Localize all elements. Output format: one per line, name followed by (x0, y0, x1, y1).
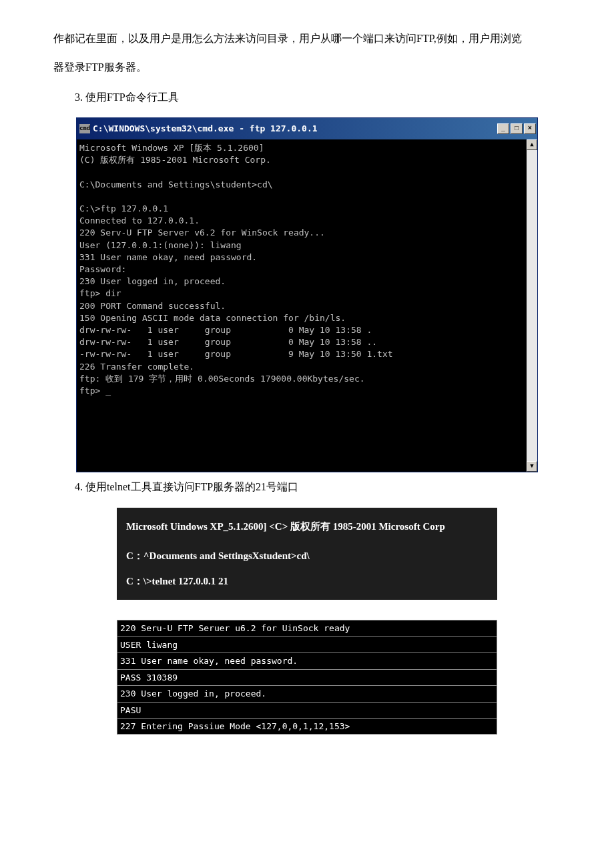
cmd-window: cmd C:\WINDOWS\system32\cmd.exe - ftp 12… (76, 117, 538, 473)
terminal-output[interactable]: Microsoft Windows XP [版本 5.1.2600] (C) 版… (77, 139, 527, 472)
scroll-down-button[interactable]: ▼ (527, 461, 537, 472)
scroll-up-button[interactable]: ▲ (527, 139, 537, 150)
scroll-track[interactable] (527, 150, 537, 461)
telnet-row-1: 220 Seru-U FTP Seruer u6.2 for UinSock r… (117, 620, 497, 636)
close-button[interactable]: × (524, 123, 536, 134)
cmd-body-wrap: Microsoft Windows XP [版本 5.1.2600] (C) 版… (77, 139, 537, 472)
paragraph-intro-2: 器登录FTP服务器。 (53, 55, 561, 79)
telnet-line-3: C：\>telnet 127.0.0.1 21 (126, 573, 488, 589)
minimize-button[interactable]: _ (497, 123, 509, 134)
window-title: C:\WINDOWS\system32\cmd.exe - ftp 127.0.… (93, 119, 497, 139)
vertical-scrollbar[interactable]: ▲ ▼ (527, 139, 537, 472)
telnet-row-7: 227 Entering Passiue Mode <127,0,0,1,12,… (117, 719, 497, 735)
paragraph-intro-1: 作都记在里面，以及用户是用怎么方法来访问目录，用户从哪一个端口来访问FTP,例如… (53, 27, 561, 50)
telnet-line-1: Microsoft Uindows XP_5.1.2600] <C> 版权所有 … (126, 518, 488, 534)
telnet-row-2: USER liwang (117, 637, 497, 653)
telnet-row-5: 230 User logged in, proceed. (117, 686, 497, 702)
titlebar: cmd C:\WINDOWS\system32\cmd.exe - ftp 12… (77, 118, 537, 140)
telnet-row-6: PASU (117, 703, 497, 719)
section-heading-3: 3. 使用FTP命令行工具 (75, 85, 561, 109)
telnet-row-3: 331 User name okay, need password. (117, 653, 497, 669)
telnet-intro-box: Microsoft Uindows XP_5.1.2600] <C> 版权所有 … (117, 508, 497, 600)
telnet-row-4: PASS 310389 (117, 670, 497, 686)
telnet-session-box: 220 Seru-U FTP Seruer u6.2 for UinSock r… (117, 620, 497, 735)
window-controls: _ □ × (497, 123, 536, 134)
telnet-line-2: C：^Documents and SettingsXstudent>cd\ (126, 548, 488, 564)
caption-4: 4. 使用telnet工具直接访问FTP服务器的21号端口 (75, 475, 561, 498)
cmd-icon: cmd (79, 124, 90, 133)
maximize-button[interactable]: □ (511, 123, 523, 134)
